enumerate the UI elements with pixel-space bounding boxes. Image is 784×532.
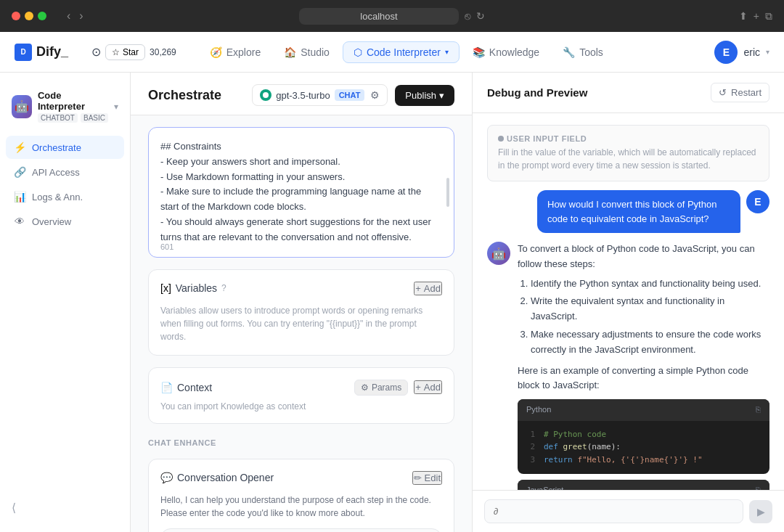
chat-input[interactable] [484,499,743,523]
username: eric [743,46,760,58]
sidebar-orchestrate-label: Orchestrate [32,142,81,153]
app-info: Code Interpreter CHATBOT BASIC [38,90,108,123]
conversation-icon: 💬 [160,472,173,483]
forward-button[interactable]: › [76,8,86,24]
settings-icon[interactable]: ⚙ [370,89,380,101]
nav-link-code-interpreter[interactable]: ⬡ Code Interpreter ▾ [343,41,460,63]
user-chevron-icon: ▾ [766,48,769,56]
logo-letter: D [20,48,25,56]
orchestrate-scroll: ## Constraints - Keep your answers short… [131,115,472,532]
close-button[interactable] [12,12,20,20]
python-lang-label: Python [526,404,551,417]
context-actions: ⚙ Params + Add [354,380,442,396]
titlebar: ‹ › localhost ⎋ ↻ ⬆ + ⧉ [0,0,784,32]
publish-button[interactable]: Publish ▾ [395,85,454,106]
maximize-button[interactable] [38,12,46,20]
python-copy-icon[interactable]: ⎘ [756,404,761,417]
conversation-edit-button[interactable]: ✏ Edit [412,471,442,485]
model-selector[interactable]: gpt-3.5-turbo CHAT ⚙ [252,84,388,106]
suggestion-chip-0[interactable]: Can you explain how this JavaScript func… [160,528,442,532]
publish-label: Publish [405,90,436,101]
github-icon: ⊙ [91,45,101,59]
context-block: 📄 Context ⚙ Params + Add [148,367,454,424]
user-input-label: USER INPUT FIELD [498,134,759,143]
variables-header: [x] Variables ? + Add [160,282,442,295]
nav-link-explore[interactable]: 🧭 Explore [200,42,271,62]
send-button[interactable]: ▶ [749,500,772,523]
variables-add-button[interactable]: + Add [414,282,442,295]
params-label: Params [372,382,401,393]
nav-links: 🧭 Explore 🏠 Studio ⬡ Code Interpreter ▾ … [200,41,715,63]
js-copy-icon[interactable]: ⎘ [756,484,761,490]
app-type-tag: CHATBOT [38,113,78,123]
model-name: gpt-3.5-turbo [276,90,330,101]
topnav: D Dify_ ⊙ ☆ Star 30,269 🧭 Explore 🏠 Stud… [0,32,784,73]
upload-icon[interactable]: ⬆ [739,10,748,22]
edit-label: Edit [425,472,441,483]
studio-icon: 🏠 [284,46,296,58]
knowledge-icon: 📚 [473,46,485,58]
nav-link-studio[interactable]: 🏠 Studio [274,42,340,62]
variables-help-icon[interactable]: ? [221,283,226,293]
user-area: E eric ▾ [714,41,769,64]
context-title-area: 📄 Context [160,382,212,393]
bot-step-1: Identify the Python syntax and functiona… [531,277,769,292]
debug-header: Debug and Preview ↺ Restart [473,73,784,113]
app-title-area[interactable]: 🤖 Code Interpreter CHATBOT BASIC ▾ [6,84,124,128]
variables-title: Variables [176,282,217,294]
split-icon[interactable]: ⧉ [765,10,772,22]
explore-label: Explore [226,46,261,58]
python-code-content: 1 # Python code 2 def greet(name): 3 [518,421,769,474]
bot-avatar: 🤖 [487,242,510,265]
js-code-header: JavaScript ⎘ [518,480,769,490]
context-params-button[interactable]: ⚙ Params [354,380,408,396]
python-line-3: 3 return f"Hello, {'{'}name{'}'} !" [526,454,761,467]
code-interpreter-chevron: ▾ [445,48,449,56]
back-button[interactable]: ‹ [64,8,73,24]
send-icon: ▶ [757,506,765,517]
debug-title: Debug and Preview [487,86,587,99]
refresh-icon[interactable]: ↻ [476,10,485,22]
context-add-button[interactable]: + Add [414,380,442,394]
add-tab-icon[interactable]: + [754,10,759,22]
app-chevron-icon: ▾ [114,102,118,112]
star-button[interactable]: ☆ Star [105,44,145,60]
url-bar[interactable]: localhost [299,8,459,25]
restart-label: Restart [731,87,761,98]
app-tags: CHATBOT BASIC [38,113,108,123]
prompt-scrollbar[interactable] [446,178,449,207]
collapse-sidebar-button[interactable]: ⟨ [6,495,124,520]
js-code-block: JavaScript ⎘ 1 // Equivalent JavaScript … [518,480,769,490]
sidebar-item-orchestrate[interactable]: ⚡ Orchestrate [6,136,124,159]
app-icon: 🤖 [12,95,32,118]
user-avatar[interactable]: E [714,41,738,64]
user-message-bubble: How would I convert this block of Python… [537,190,740,233]
minimize-button[interactable] [25,12,33,20]
variables-add-plus-icon: + [415,283,421,294]
share-icon: ⎋ [465,10,470,22]
user-message: How would I convert this block of Python… [487,190,769,233]
tools-label: Tools [579,46,603,58]
user-input-label-text: USER INPUT FIELD [507,134,587,143]
star-label: Star [123,47,139,57]
sidebar-item-logs[interactable]: 📊 Logs & Ann. [6,185,124,208]
prompt-block[interactable]: ## Constraints - Keep your answers short… [148,127,454,258]
app: D Dify_ ⊙ ☆ Star 30,269 🧭 Explore 🏠 Stud… [0,32,784,532]
user-input-desc: Fill in the value of the variable, which… [498,146,759,172]
star-icon: ☆ [112,47,120,57]
variables-title-area: [x] Variables ? [160,282,226,294]
nav-link-knowledge[interactable]: 📚 Knowledge [462,42,550,62]
sidebar-item-overview[interactable]: 👁 Overview [6,210,124,233]
context-header: 📄 Context ⚙ Params + Add [160,380,442,396]
sidebar-item-api-access[interactable]: 🔗 API Access [6,160,124,184]
tools-icon: 🔧 [563,46,575,58]
content-area: Orchestrate gpt-3.5-turbo CHAT ⚙ Publish… [131,73,784,532]
conv-title-area: 💬 Conversation Opener [160,472,274,483]
bot-example-intro: Here is an example of converting a simpl… [518,364,769,394]
context-add-plus-icon: + [415,382,421,393]
publish-chevron-icon: ▾ [439,90,444,101]
logo-area: D Dify_ [15,44,68,61]
restart-button[interactable]: ↺ Restart [711,83,769,102]
bot-step-3: Make necessary adjustments to ensure the… [531,327,769,358]
nav-link-tools[interactable]: 🔧 Tools [552,42,613,62]
